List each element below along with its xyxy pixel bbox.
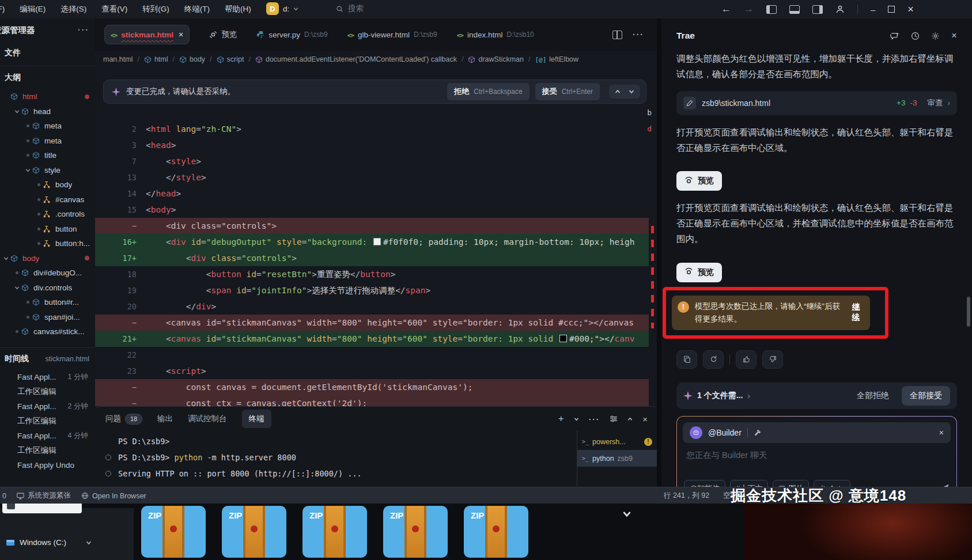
history-icon[interactable] [911,32,920,40]
timeline-item[interactable]: Fast Appl...1 分钟 [0,370,95,385]
chevron-down-icon[interactable] [629,89,634,94]
scrollbar-thumb[interactable] [967,297,970,327]
status-item-2[interactable]: Open In Browser [81,492,146,500]
workspace-switcher[interactable]: D d: [266,2,298,15]
code-editor[interactable]: 2<html lang="zh-CN">3<head>7 <style>13 <… [95,121,649,406]
status-item-right-0[interactable]: 行 241，列 92 [664,491,709,501]
timeline-item[interactable]: Fast Appl...2 分钟 [0,399,95,414]
timeline-item[interactable]: 工作区编辑 [0,414,95,429]
code-line[interactable]: − const ctx = canvas.getContext('2d'); [95,395,649,406]
outline-item-style[interactable]: style [0,163,95,178]
agent-name[interactable]: @Builder [708,428,742,437]
status-item-0[interactable]: 0 [2,492,6,500]
code-line[interactable]: 14</head> [95,186,649,202]
timeline-item[interactable]: Fast Appl...4 分钟 [0,429,95,444]
outline-item-body[interactable]: body [0,177,95,192]
menu-item-1[interactable]: 编辑(E) [20,4,46,14]
review-link[interactable]: 审查 [928,98,943,108]
code-line[interactable]: − <canvas id="stickmanCanvas" width="800… [95,315,649,331]
collapse-panel-icon[interactable] [627,417,633,422]
breadcrumb-item[interactable]: drawStickman [468,55,524,63]
chevron-up-icon[interactable] [615,89,621,94]
code-line[interactable]: − <div class="controls"> [95,218,649,234]
tab-server.py[interactable]: server.pyD:\zsb9 [256,31,327,39]
outline-item-buttonh...[interactable]: button:h... [0,236,95,251]
code-line[interactable]: 3<head> [95,137,649,153]
breadcrumb-item[interactable]: document.addEventListener('DOMContentLoa… [255,55,457,63]
code-line[interactable]: − const canvas = document.getElementById… [95,379,649,395]
maximize-button[interactable] [888,6,895,13]
menu-item-2[interactable]: 选择(S) [60,4,86,14]
code-line[interactable]: 21+ <canvas id="stickmanCanvas" width="8… [95,331,649,347]
overview-ruler[interactable]: b d [649,68,657,406]
outline-item-head[interactable]: head [0,104,95,119]
panel-tab-2[interactable]: 调试控制台 [188,414,227,424]
forward-arrow-icon[interactable]: → [744,3,754,15]
chevron-down-icon[interactable] [622,509,631,519]
timeline-item[interactable]: 工作区编辑 [0,443,95,458]
accept-button[interactable]: 接受Ctrl+Enter [535,83,600,100]
outline-item-button#r...[interactable]: button#r... [0,295,95,310]
preview-button[interactable]: 预览 [676,171,722,191]
regenerate-icon[interactable] [703,350,724,369]
file-change-card[interactable]: zsb9\stickman.html +3 -3 审查 › [676,91,957,115]
code-line[interactable]: 19 <span id="jointInfo">选择关节进行拖动调整</span… [95,282,649,298]
tab-[interactable]: 预览 [209,29,237,40]
layout-bottom-icon[interactable] [789,5,800,14]
outline-item-div#debugO...[interactable]: div#debugO... [0,266,95,281]
breadcrumb-item[interactable]: [@]leftElbow [535,55,578,63]
drive-item[interactable]: Windows (C:) [6,538,92,547]
timeline-header[interactable]: 时间线 stickman.html [0,347,95,370]
menu-item-3[interactable]: 查看(V) [101,4,127,14]
outline-item-button[interactable]: button [0,222,95,237]
outline-item-title[interactable]: title [0,148,95,163]
new-chat-icon[interactable] [890,32,899,40]
close-button[interactable]: × [907,3,914,16]
preview-button[interactable]: 预览 [676,263,722,282]
ellipsis-icon[interactable]: ··· [78,25,89,35]
code-line[interactable]: 13 </style> [95,169,649,186]
tab-index.html[interactable]: <>index.htmlD:\zsb10 [457,31,534,39]
menu-item-6[interactable]: 帮助(H) [225,4,251,14]
outline-item-div.controls[interactable]: div.controls [0,281,95,296]
terminal-session-0[interactable]: >_powersh...! [577,433,657,450]
thumbs-up-icon[interactable] [736,350,757,369]
split-editor-icon[interactable] [612,31,622,39]
outline-item-.controls[interactable]: .controls [0,207,95,222]
layout-right-icon[interactable] [812,5,823,14]
code-line[interactable]: 23 <script> [95,363,649,379]
status-item-1[interactable]: 系统资源紧张 [17,491,71,501]
more-actions-icon[interactable]: ··· [633,30,644,39]
back-arrow-icon[interactable]: ← [721,3,731,15]
close-tab-icon[interactable]: × [179,30,183,39]
thumbs-down-icon[interactable] [762,350,783,369]
pending-summary[interactable]: 1 个文件需... [697,391,743,401]
reject-button[interactable]: 拒绝Ctrl+Backspace [447,83,529,100]
layout-left-icon[interactable] [766,5,777,14]
section-outline[interactable]: 大纲 [0,66,95,89]
breadcrumb-item[interactable]: html [144,55,168,63]
panel-tab-3[interactable]: 终端 [242,410,271,428]
code-line[interactable]: 17+ <div class="controls"> [95,250,649,266]
zip-file-icon[interactable]: ZIP [302,506,367,558]
terminal-session-1[interactable]: >_pythonzsb9 [577,450,657,467]
code-line[interactable]: 20 </div> [95,298,649,315]
close-panel-icon[interactable]: × [642,414,648,424]
account-icon[interactable] [835,5,845,14]
timeline-item[interactable]: Fast Apply Undo [0,458,95,473]
code-line[interactable]: 7 <style> [95,153,649,169]
zip-file-icon[interactable]: ZIP [222,506,286,558]
close-panel-icon[interactable]: × [951,30,957,41]
hammer-icon[interactable] [754,429,762,437]
chevron-down-icon[interactable] [574,417,579,422]
code-line[interactable]: 16+ <div id="debugOutput" style="backgro… [95,234,649,250]
copy-icon[interactable] [676,350,697,369]
panel-tab-1[interactable]: 输出 [157,414,173,424]
code-line[interactable]: 15<body> [95,202,649,218]
close-chat-icon[interactable]: × [939,428,944,437]
minimize-button[interactable]: – [871,5,875,14]
outline-item-html[interactable]: html [0,89,95,104]
code-line[interactable]: 18 <button id="resetBtn">重置姿势</button> [95,266,649,282]
filter-icon[interactable] [610,415,618,422]
tab-glbviewer.html[interactable]: <>glb-viewer.htmlD:\zsb9 [347,31,437,39]
